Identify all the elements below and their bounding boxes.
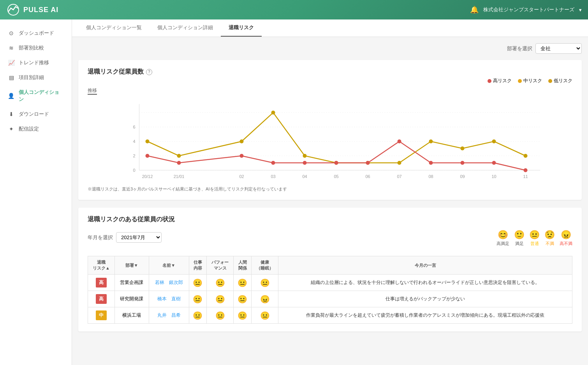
legend-satisfied-label: 満足: [515, 241, 524, 247]
svg-text:08: 08: [428, 174, 433, 179]
cell-dept: 横浜工場: [114, 307, 149, 324]
svg-point-21: [461, 146, 465, 150]
svg-text:10: 10: [491, 174, 496, 179]
cell-perf: 😐: [207, 275, 234, 291]
bell-icon[interactable]: 🔔: [470, 5, 479, 14]
logo-text: PULSE AI: [23, 6, 58, 14]
sidebar-item-delivery[interactable]: ✦ 配信設定: [0, 122, 72, 136]
cell-relation: 😐: [234, 275, 252, 291]
table-row[interactable]: 高 研究開発課 橋本 直樹 😐 😐 😐 😠 仕事は増えるがバックアップが少ない: [88, 291, 572, 307]
dashboard-icon: ⊙: [8, 30, 15, 36]
sidebar-item-item-detail[interactable]: ▤ 項目別詳細: [0, 70, 72, 85]
chart-card: 退職リスク従業員数 ? 高リスク 中リスク: [78, 60, 582, 200]
svg-point-14: [240, 139, 244, 143]
cell-job: 😐: [189, 275, 207, 291]
svg-point-19: [398, 161, 401, 165]
tab-resignation[interactable]: 退職リスク: [221, 19, 262, 37]
cell-health: 😐: [252, 275, 278, 291]
legend-high: 高リスク: [488, 78, 512, 84]
header: PULSE AI 🔔 株式会社ジャンプスタートパートナーズ ▾: [0, 0, 588, 19]
chart-section: 高リスク 中リスク 低リスク 推移: [88, 78, 572, 192]
col-risk: 退職リスク▲: [88, 256, 115, 275]
dept-select[interactable]: 全社 営業企画課 研究開発課 横浜工場: [535, 43, 582, 54]
col-job: 仕事内容: [189, 256, 207, 275]
company-name: 株式会社ジャンプスタートパートナーズ: [483, 6, 574, 13]
risk-badge: 高: [96, 294, 107, 304]
legend-low: 低リスク: [548, 78, 572, 84]
svg-text:6: 6: [133, 125, 135, 129]
svg-point-35: [524, 168, 528, 172]
svg-text:05: 05: [334, 174, 338, 179]
chevron-down-icon[interactable]: ▾: [579, 7, 582, 13]
sidebar-item-label: 配信設定: [19, 125, 39, 132]
col-name[interactable]: 名前▼: [149, 256, 189, 275]
svg-point-32: [429, 161, 433, 165]
svg-text:02: 02: [239, 174, 244, 179]
sidebar-item-download[interactable]: ⬇ ダウンロード: [0, 107, 72, 122]
dissatisfied-face-icon: 😟: [544, 230, 555, 240]
page-content: 部署を選択 全社 営業企画課 研究開発課 横浜工場 退職リスク従業員数 ?: [72, 37, 588, 346]
cell-comment: 作業負荷が最大ラインを超えていて疲労が蓄積し作業者のケアレスミスが増加傾向にある…: [278, 307, 572, 324]
table-card: 退職リスクのある従業員の状況 年月を選択 2021年7月 2021年6月 202…: [78, 208, 582, 331]
cell-perf: 😐: [207, 291, 234, 307]
cell-name[interactable]: 橋本 直樹: [149, 291, 189, 307]
sidebar-item-label: トレンド推移: [19, 59, 49, 66]
month-selector-label: 年月を選択: [88, 234, 113, 241]
very-dissatisfied-face-icon: 😠: [561, 230, 571, 240]
risk-badge: 高: [96, 278, 107, 287]
svg-point-24: [146, 154, 150, 158]
legend-very-satisfied: 😊 高満足: [496, 230, 509, 247]
table-row[interactable]: 高 営業企画課 若林 銀次郎 😐 😐 😐 😐 組織の上位層による、状況を十分に理…: [88, 275, 572, 291]
sidebar-item-label: 個人コンディション: [19, 89, 64, 103]
table-row[interactable]: 中 横浜工場 丸井 昌希 😐 😐 😐 😐 作業負荷が最大ラインを超えていて疲労が…: [88, 307, 572, 324]
table-section-title: 退職リスクのある従業員の状況: [88, 215, 572, 224]
svg-text:0: 0: [133, 168, 135, 173]
svg-point-20: [429, 139, 433, 143]
cell-risk: 中: [88, 307, 115, 324]
legend-dissatisfied-label: 不満: [546, 241, 554, 247]
cell-relation: 😐: [234, 291, 252, 307]
neutral-face-icon: 😐: [529, 230, 540, 240]
cell-job: 😐: [189, 307, 207, 324]
svg-text:4: 4: [133, 139, 135, 144]
svg-point-12: [146, 139, 150, 143]
sidebar-item-label: ダウンロード: [19, 111, 49, 118]
risk-table: 退職リスク▲ 部署▼ 名前▼ 仕事内容 パフォーマンス 人間関係 健康（睡眠） …: [88, 256, 572, 324]
tab-list[interactable]: 個人コンディション一覧: [78, 19, 150, 37]
sidebar-item-label: 項目別詳細: [19, 74, 44, 81]
tab-detail[interactable]: 個人コンディション詳細: [150, 19, 221, 37]
sidebar-item-condition[interactable]: 👤 個人コンディション: [0, 85, 72, 107]
delivery-icon: ✦: [8, 126, 15, 132]
legend-low-dot: [548, 79, 552, 83]
month-selector-row: 年月を選択 2021年7月 2021年6月 2021年5月: [88, 232, 162, 243]
legend-neutral: 😐 普通: [529, 230, 540, 247]
legend-mid-label: 中リスク: [523, 78, 542, 84]
logo: PULSE AI: [6, 3, 58, 17]
col-perf: パフォーマンス: [207, 256, 234, 275]
col-dept[interactable]: 部署▼: [114, 256, 149, 275]
cell-comment: 組織の上位層による、状況を十分に理解しないで行われるオーバーライドが正しい意思決…: [278, 275, 572, 291]
svg-point-22: [492, 139, 496, 143]
risk-badge: 中: [96, 310, 107, 320]
app-body: ⊙ ダッシュボード ≋ 部署別比較 📈 トレンド推移 ▤ 項目別詳細 👤 個人コ…: [0, 19, 588, 365]
svg-text:11: 11: [523, 174, 528, 179]
sidebar-item-dashboard[interactable]: ⊙ ダッシュボード: [0, 26, 72, 41]
svg-text:2: 2: [133, 153, 135, 158]
cell-name[interactable]: 若林 銀次郎: [149, 275, 189, 291]
header-right: 🔔 株式会社ジャンプスタートパートナーズ ▾: [470, 5, 582, 14]
chart-card-title: 退職リスク従業員数 ?: [88, 68, 572, 76]
month-select[interactable]: 2021年7月 2021年6月 2021年5月: [116, 232, 162, 243]
logo-icon: [6, 3, 20, 17]
col-comment: 今月の一言: [278, 256, 572, 275]
chart-note: ※退職リスクは、直近3ヶ月のパルスサーベイ結果に基づき、AIを活用してリスク判定…: [88, 186, 572, 192]
condition-icon: 👤: [8, 93, 15, 99]
sidebar-item-label: 部署別比較: [19, 44, 44, 51]
svg-text:06: 06: [365, 174, 370, 179]
sidebar-item-trend[interactable]: 📈 トレンド推移: [0, 55, 72, 70]
help-icon[interactable]: ?: [146, 69, 152, 75]
cell-name[interactable]: 丸井 昌希: [149, 307, 189, 324]
emotion-legend: 😊 高満足 🙂 満足 😐 普通 😟 不満: [496, 230, 572, 247]
svg-text:21/01: 21/01: [174, 174, 185, 179]
risk-chart: 0 2 4 6: [88, 96, 572, 182]
sidebar-item-dept-compare[interactable]: ≋ 部署別比較: [0, 41, 72, 55]
